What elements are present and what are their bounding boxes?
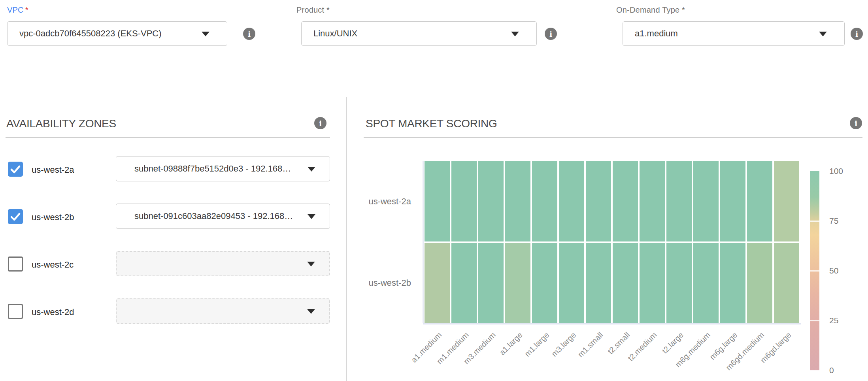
zone-row: us-west-2b subnet-091c603aa82e09453 - 19… [0,204,346,229]
heatmap-xlabel-text: m1.large [523,330,551,358]
product-label: Product * [296,6,537,15]
chevron-down-icon [511,32,519,36]
product-field: Product * Linux/UNIX [301,6,537,15]
availability-zones-info-icon[interactable]: i [314,117,326,129]
spot-market-scoring-info-icon[interactable]: i [850,117,862,129]
heatmap-cell-us-west-2a-t2.large[interactable] [666,161,692,241]
heatmap-cell-us-west-2a-m6g.large[interactable] [720,161,745,241]
heatmap-cell-us-west-2b-m6g.medium[interactable] [693,243,719,323]
subnet-select-value: subnet-09888f7be5152d0e3 - 192.168… [116,164,291,174]
colorbar-tick-0: 0 [829,366,834,375]
heatmap-xlabel-text: m1.small [576,330,605,359]
heatmap-cell-us-west-2b-t2.medium[interactable] [640,243,665,323]
heatmap-cell-us-west-2a-m1.medium[interactable] [451,161,477,241]
heatmap-cell-us-west-2a-a1.large[interactable] [505,161,530,241]
subnet-select[interactable] [116,298,330,324]
chevron-down-icon [202,32,209,36]
heatmap-cell-us-west-2a-m1.large[interactable] [532,161,557,241]
zone-row: us-west-2c [0,251,346,276]
zone-name: us-west-2a [32,165,74,175]
info-glyph: i [855,119,857,128]
heatmap-cell-us-west-2b-m6gd.large[interactable] [774,243,799,323]
heatmap-cell-us-west-2a-m1.small[interactable] [586,161,611,241]
heatmap-cell-us-west-2b-m6gd.medium[interactable] [747,243,772,323]
heatmap-grid [425,161,799,323]
colorbar-tick-100: 100 [829,166,843,176]
colorbar-tick-25: 25 [829,316,838,325]
heatmap-xlabel-text: a1.large [498,330,524,357]
colorbar-separator [810,270,819,272]
info-glyph: i [319,119,322,128]
heatmap-cell-us-west-2b-a1.medium[interactable] [425,243,450,323]
on-demand-type-info-icon[interactable]: i [851,28,863,40]
vpc-field: VPC* vpc-0adcb70f645508223 (EKS-VPC) [7,6,227,15]
subnet-select[interactable] [116,251,330,276]
heatmap-xlabels: a1.mediumm1.mediumm3.mediuma1.largem1.la… [425,330,799,378]
required-asterisk: * [25,6,28,14]
spot-market-scoring-title: SPOT MARKET SCORING [366,117,497,130]
product-info-icon[interactable]: i [545,28,557,40]
vpc-select[interactable]: vpc-0adcb70f645508223 (EKS-VPC) [7,21,227,46]
heatmap-cell-us-west-2b-t2.large[interactable] [666,243,692,323]
availability-zones-divider [6,137,330,138]
on-demand-type-field: On-Demand Type * a1.medium [623,6,845,15]
heatmap-cell-us-west-2a-t2.small[interactable] [613,161,638,241]
heatmap-y-axis-line [423,161,424,323]
colorbar-tick-75: 75 [829,216,838,226]
spot-market-scoring-divider [364,137,862,138]
zone-checkbox-us-west-2a[interactable] [8,162,23,177]
heatmap-cell-us-west-2b-m1.large[interactable] [532,243,557,323]
heatmap-cell-us-west-2a-m3.medium[interactable] [478,161,504,241]
zone-row: us-west-2a subnet-09888f7be5152d0e3 - 19… [0,156,346,181]
chevron-down-icon [307,262,315,266]
subnet-select-value: subnet-091c603aa82e09453 - 192.168… [116,211,293,221]
check-icon [8,209,23,224]
zone-name: us-west-2b [32,212,74,223]
zone-checkbox-us-west-2b[interactable] [8,209,23,224]
vpc-info-icon[interactable]: i [243,28,255,40]
section-divider [346,97,347,381]
vpc-select-value: vpc-0adcb70f645508223 (EKS-VPC) [8,28,162,39]
heatmap-cell-us-west-2b-m6g.large[interactable] [720,243,745,323]
chevron-down-icon [308,214,315,219]
zone-name: us-west-2c [32,260,74,270]
chevron-down-icon [308,167,315,172]
info-glyph: i [549,30,552,38]
heatmap-cell-us-west-2b-a1.large[interactable] [505,243,530,323]
heatmap-cell-us-west-2b-m1.small[interactable] [586,243,611,323]
subnet-select[interactable]: subnet-091c603aa82e09453 - 192.168… [116,204,330,229]
product-select-value: Linux/UNIX [302,28,357,39]
availability-zones-title: AVAILABILITY ZONES [6,117,116,130]
on-demand-type-label: On-Demand Type * [616,6,845,15]
heatmap-cell-us-west-2a-m6gd.medium[interactable] [747,161,772,241]
heatmap-cell-us-west-2a-m6g.medium[interactable] [693,161,719,241]
heatmap-cell-us-west-2a-a1.medium[interactable] [425,161,450,241]
zone-row: us-west-2d [0,298,346,324]
vpc-label: VPC* [7,6,227,15]
heatmap-cell-us-west-2a-m3.large[interactable] [559,161,584,241]
zone-name: us-west-2d [32,307,74,317]
heatmap-row-label-us-west-2a: us-west-2a [368,196,411,207]
heatmap-colorbar [810,171,819,370]
on-demand-type-select[interactable]: a1.medium [623,21,845,46]
heatmap-colorbar-ticks: 1007550250 [829,171,857,370]
heatmap-cell-us-west-2a-t2.medium[interactable] [640,161,665,241]
heatmap-xlabel-text: t2.medium [626,330,659,363]
heatmap-cell-us-west-2b-t2.small[interactable] [613,243,638,323]
zone-checkbox-us-west-2d[interactable] [8,304,23,319]
zone-checkbox-us-west-2c[interactable] [8,257,23,272]
heatmap-x-axis-line [423,323,801,324]
heatmap-cell-us-west-2a-m6gd.large[interactable] [774,161,799,241]
product-select[interactable]: Linux/UNIX [301,21,537,46]
chevron-down-icon [819,32,827,36]
info-glyph: i [248,30,251,38]
heatmap-cell-us-west-2b-m1.medium[interactable] [451,243,477,323]
subnet-select[interactable]: subnet-09888f7be5152d0e3 - 192.168… [116,156,330,181]
heatmap-xlabel-text: t2.large [660,330,685,355]
heatmap-cell-us-west-2b-m3.medium[interactable] [478,243,504,323]
info-glyph: i [855,30,858,38]
colorbar-separator [810,221,819,222]
heatmap-cell-us-west-2b-m3.large[interactable] [559,243,584,323]
heatmap-row-label-us-west-2b: us-west-2b [368,278,411,288]
spot-configuration-screen: VPC* vpc-0adcb70f645508223 (EKS-VPC) i P… [0,0,868,381]
